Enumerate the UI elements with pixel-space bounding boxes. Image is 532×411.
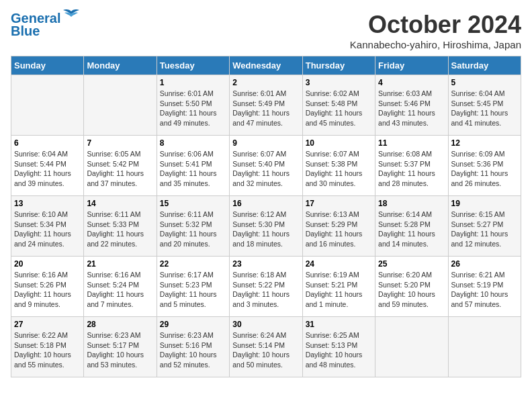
day-info: Sunrise: 6:25 AM Sunset: 5:13 PM Dayligh… — [306, 330, 372, 370]
day-number: 13 — [14, 199, 81, 208]
day-cell — [84, 75, 157, 136]
week-row-4: 20Sunrise: 6:16 AM Sunset: 5:26 PM Dayli… — [11, 257, 521, 317]
day-number: 21 — [87, 259, 153, 269]
day-number: 23 — [232, 259, 299, 269]
day-number: 15 — [160, 199, 226, 208]
day-number: 24 — [306, 259, 372, 269]
day-number: 9 — [232, 138, 299, 148]
day-number: 3 — [306, 78, 372, 87]
day-info: Sunrise: 6:23 AM Sunset: 5:16 PM Dayligh… — [160, 330, 226, 370]
day-cell: 15Sunrise: 6:11 AM Sunset: 5:32 PM Dayli… — [157, 196, 229, 257]
page-header: General Blue October 2024 Kannabecho-yah… — [11, 11, 521, 50]
day-cell: 17Sunrise: 6:13 AM Sunset: 5:29 PM Dayli… — [302, 196, 375, 257]
day-number: 22 — [160, 259, 226, 269]
day-info: Sunrise: 6:03 AM Sunset: 5:46 PM Dayligh… — [378, 89, 445, 128]
day-cell: 16Sunrise: 6:12 AM Sunset: 5:30 PM Dayli… — [230, 196, 302, 257]
day-cell: 27Sunrise: 6:22 AM Sunset: 5:18 PM Dayli… — [11, 317, 84, 377]
week-row-5: 27Sunrise: 6:22 AM Sunset: 5:18 PM Dayli… — [11, 317, 521, 377]
day-info: Sunrise: 6:23 AM Sunset: 5:17 PM Dayligh… — [87, 330, 153, 370]
day-cell: 6Sunrise: 6:04 AM Sunset: 5:44 PM Daylig… — [11, 136, 84, 196]
day-number: 1 — [160, 78, 226, 87]
day-cell: 14Sunrise: 6:11 AM Sunset: 5:33 PM Dayli… — [84, 196, 157, 257]
logo-blue-text: Blue — [11, 24, 40, 39]
week-row-1: 1Sunrise: 6:01 AM Sunset: 5:50 PM Daylig… — [11, 75, 521, 136]
header-monday: Monday — [84, 56, 157, 75]
day-info: Sunrise: 6:01 AM Sunset: 5:50 PM Dayligh… — [160, 89, 226, 128]
day-cell: 7Sunrise: 6:05 AM Sunset: 5:42 PM Daylig… — [84, 136, 157, 196]
day-cell: 26Sunrise: 6:21 AM Sunset: 5:19 PM Dayli… — [448, 257, 521, 317]
day-cell — [11, 75, 84, 136]
day-number: 19 — [451, 199, 518, 208]
day-cell: 11Sunrise: 6:08 AM Sunset: 5:37 PM Dayli… — [375, 136, 448, 196]
header-tuesday: Tuesday — [157, 56, 229, 75]
day-number: 20 — [14, 259, 81, 269]
day-cell: 12Sunrise: 6:09 AM Sunset: 5:36 PM Dayli… — [448, 136, 521, 196]
day-info: Sunrise: 6:05 AM Sunset: 5:42 PM Dayligh… — [87, 149, 153, 189]
day-number: 28 — [87, 320, 153, 329]
day-cell: 5Sunrise: 6:04 AM Sunset: 5:45 PM Daylig… — [448, 75, 521, 136]
day-cell: 2Sunrise: 6:01 AM Sunset: 5:49 PM Daylig… — [230, 75, 302, 136]
day-cell: 1Sunrise: 6:01 AM Sunset: 5:50 PM Daylig… — [157, 75, 229, 136]
location: Kannabecho-yahiro, Hiroshima, Japan — [350, 39, 521, 50]
day-cell: 3Sunrise: 6:02 AM Sunset: 5:48 PM Daylig… — [302, 75, 375, 136]
day-number: 10 — [306, 138, 372, 148]
day-number: 4 — [378, 78, 445, 87]
day-cell: 28Sunrise: 6:23 AM Sunset: 5:17 PM Dayli… — [84, 317, 157, 377]
day-cell: 30Sunrise: 6:24 AM Sunset: 5:14 PM Dayli… — [230, 317, 302, 377]
day-info: Sunrise: 6:07 AM Sunset: 5:40 PM Dayligh… — [232, 149, 299, 189]
day-info: Sunrise: 6:11 AM Sunset: 5:33 PM Dayligh… — [87, 210, 153, 249]
day-info: Sunrise: 6:09 AM Sunset: 5:36 PM Dayligh… — [451, 149, 518, 189]
day-number: 11 — [378, 138, 445, 148]
day-info: Sunrise: 6:17 AM Sunset: 5:23 PM Dayligh… — [160, 270, 226, 310]
day-info: Sunrise: 6:24 AM Sunset: 5:14 PM Dayligh… — [232, 330, 299, 370]
day-cell: 21Sunrise: 6:16 AM Sunset: 5:24 PM Dayli… — [84, 257, 157, 317]
header-row: SundayMondayTuesdayWednesdayThursdayFrid… — [11, 56, 521, 75]
day-cell: 25Sunrise: 6:20 AM Sunset: 5:20 PM Dayli… — [375, 257, 448, 317]
day-cell: 20Sunrise: 6:16 AM Sunset: 5:26 PM Dayli… — [11, 257, 84, 317]
title-area: October 2024 Kannabecho-yahiro, Hiroshim… — [350, 11, 521, 50]
day-info: Sunrise: 6:14 AM Sunset: 5:28 PM Dayligh… — [378, 210, 445, 249]
week-row-3: 13Sunrise: 6:10 AM Sunset: 5:34 PM Dayli… — [11, 196, 521, 257]
day-info: Sunrise: 6:12 AM Sunset: 5:30 PM Dayligh… — [232, 210, 299, 249]
header-sunday: Sunday — [11, 56, 84, 75]
day-info: Sunrise: 6:04 AM Sunset: 5:45 PM Dayligh… — [451, 89, 518, 128]
day-number: 27 — [14, 320, 81, 329]
day-info: Sunrise: 6:15 AM Sunset: 5:27 PM Dayligh… — [451, 210, 518, 249]
day-info: Sunrise: 6:19 AM Sunset: 5:21 PM Dayligh… — [306, 270, 372, 310]
day-number: 18 — [378, 199, 445, 208]
day-number: 26 — [451, 259, 518, 269]
day-cell — [375, 317, 448, 377]
day-number: 6 — [14, 138, 81, 148]
header-friday: Friday — [375, 56, 448, 75]
day-cell — [448, 317, 521, 377]
day-cell: 4Sunrise: 6:03 AM Sunset: 5:46 PM Daylig… — [375, 75, 448, 136]
header-saturday: Saturday — [448, 56, 521, 75]
day-cell: 22Sunrise: 6:17 AM Sunset: 5:23 PM Dayli… — [157, 257, 229, 317]
week-row-2: 6Sunrise: 6:04 AM Sunset: 5:44 PM Daylig… — [11, 136, 521, 196]
day-info: Sunrise: 6:06 AM Sunset: 5:41 PM Dayligh… — [160, 149, 226, 189]
day-cell: 9Sunrise: 6:07 AM Sunset: 5:40 PM Daylig… — [230, 136, 302, 196]
day-info: Sunrise: 6:01 AM Sunset: 5:49 PM Dayligh… — [232, 89, 299, 128]
day-info: Sunrise: 6:21 AM Sunset: 5:19 PM Dayligh… — [451, 270, 518, 310]
day-info: Sunrise: 6:02 AM Sunset: 5:48 PM Dayligh… — [306, 89, 372, 128]
logo: General Blue — [11, 11, 81, 39]
day-number: 30 — [232, 320, 299, 329]
day-info: Sunrise: 6:10 AM Sunset: 5:34 PM Dayligh… — [14, 210, 81, 249]
day-info: Sunrise: 6:16 AM Sunset: 5:24 PM Dayligh… — [87, 270, 153, 310]
day-number: 14 — [87, 199, 153, 208]
day-number: 2 — [232, 78, 299, 87]
day-number: 7 — [87, 138, 153, 148]
day-cell: 31Sunrise: 6:25 AM Sunset: 5:13 PM Dayli… — [302, 317, 375, 377]
day-cell: 19Sunrise: 6:15 AM Sunset: 5:27 PM Dayli… — [448, 196, 521, 257]
logo-bird-icon — [62, 9, 81, 24]
header-wednesday: Wednesday — [230, 56, 302, 75]
day-info: Sunrise: 6:22 AM Sunset: 5:18 PM Dayligh… — [14, 330, 81, 370]
day-info: Sunrise: 6:11 AM Sunset: 5:32 PM Dayligh… — [160, 210, 226, 249]
day-info: Sunrise: 6:18 AM Sunset: 5:22 PM Dayligh… — [232, 270, 299, 310]
day-number: 16 — [232, 199, 299, 208]
day-number: 5 — [451, 78, 518, 87]
day-info: Sunrise: 6:07 AM Sunset: 5:38 PM Dayligh… — [306, 149, 372, 189]
day-info: Sunrise: 6:20 AM Sunset: 5:20 PM Dayligh… — [378, 270, 445, 310]
day-cell: 13Sunrise: 6:10 AM Sunset: 5:34 PM Dayli… — [11, 196, 84, 257]
day-number: 17 — [306, 199, 372, 208]
